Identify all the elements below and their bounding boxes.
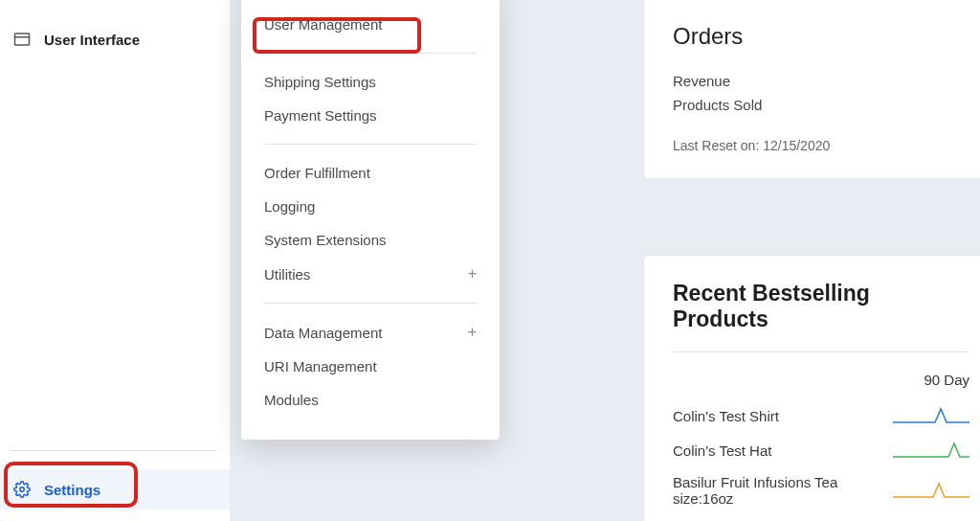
menu-item-modules[interactable]: Modules [264, 383, 477, 417]
last-reset-prefix: Last Reset on: [673, 138, 763, 153]
menu-item-label: Modules [264, 392, 319, 408]
period-label: 90 Day [673, 372, 969, 388]
menu-item-user-management[interactable]: User Management [264, 8, 477, 41]
svg-rect-0 [15, 34, 30, 45]
menu-item-store-settings[interactable]: Store Settings [264, 0, 477, 8]
sidebar-item-settings[interactable]: Settings [0, 469, 230, 510]
sidebar-item-label: Settings [44, 482, 100, 498]
expand-icon: + [468, 324, 477, 341]
menu-item-label: User Management [264, 16, 382, 33]
menu-item-shipping-settings[interactable]: Shipping Settings [264, 65, 477, 99]
menu-item-label: System Extensions [264, 232, 387, 248]
right-content: Orders Revenue Products Sold Last Reset … [616, 0, 980, 521]
menu-item-logging[interactable]: Logging [264, 190, 477, 223]
revenue-label: Revenue [673, 73, 969, 89]
menu-item-order-fulfillment[interactable]: Order Fulfillment [264, 156, 477, 190]
bestselling-heading: Recent Bestselling Products [673, 281, 969, 332]
menu-separator [264, 144, 477, 145]
bestselling-row[interactable]: Colin's Test Shirt [673, 405, 969, 426]
menu-item-uri-management[interactable]: URI Management [264, 350, 477, 383]
products-sold-label: Products Sold [673, 97, 969, 113]
orders-heading: Orders [673, 23, 969, 50]
menu-item-payment-settings[interactable]: Payment Settings [264, 99, 477, 132]
bestselling-card: Recent Bestselling Products 90 Day Colin… [643, 255, 980, 521]
menu-item-label: Shipping Settings [264, 74, 376, 90]
svg-point-2 [20, 487, 25, 492]
sidebar-item-label: User Interface [44, 32, 140, 48]
menu-separator [264, 303, 477, 304]
menu-item-label: Order Fulfillment [264, 165, 370, 181]
product-name: Colin's Test Hat [673, 442, 771, 459]
gear-icon [13, 481, 31, 498]
menu-item-label: Payment Settings [264, 107, 377, 124]
sparkline [893, 405, 969, 426]
sparkline [893, 480, 969, 501]
menu-separator [264, 53, 477, 54]
stats-card: Orders Revenue Products Sold Last Reset … [643, 0, 980, 179]
menu-item-label: Logging [264, 198, 315, 215]
last-reset-date: 12/15/2020 [763, 138, 830, 153]
menu-item-utilities[interactable]: Utilities + [264, 257, 477, 291]
bestselling-row[interactable]: Basilur Fruit Infusions Tea size:16oz [673, 474, 969, 507]
bestselling-row[interactable]: Colin's Test Hat [673, 440, 969, 461]
sidebar-item-user-interface[interactable]: User Interface [0, 21, 230, 57]
settings-menu-panel: Store Settings User Management Shipping … [241, 0, 500, 440]
sidebar-divider [10, 450, 216, 451]
menu-item-label: Utilities [264, 266, 310, 283]
menu-item-data-management[interactable]: Data Management + [264, 315, 477, 350]
menu-item-label: Data Management [264, 325, 382, 341]
left-sidebar: User Interface Settings [0, 0, 230, 521]
menu-item-label: URI Management [264, 358, 377, 374]
card-divider [673, 351, 969, 352]
expand-icon: + [468, 265, 477, 283]
browser-window-icon [13, 31, 31, 48]
product-name: Basilur Fruit Infusions Tea size:16oz [673, 474, 893, 507]
last-reset-text: Last Reset on: 12/15/2020 [673, 138, 969, 153]
menu-item-system-extensions[interactable]: System Extensions [264, 223, 477, 257]
sparkline [893, 440, 969, 461]
product-name: Colin's Test Shirt [673, 408, 779, 424]
